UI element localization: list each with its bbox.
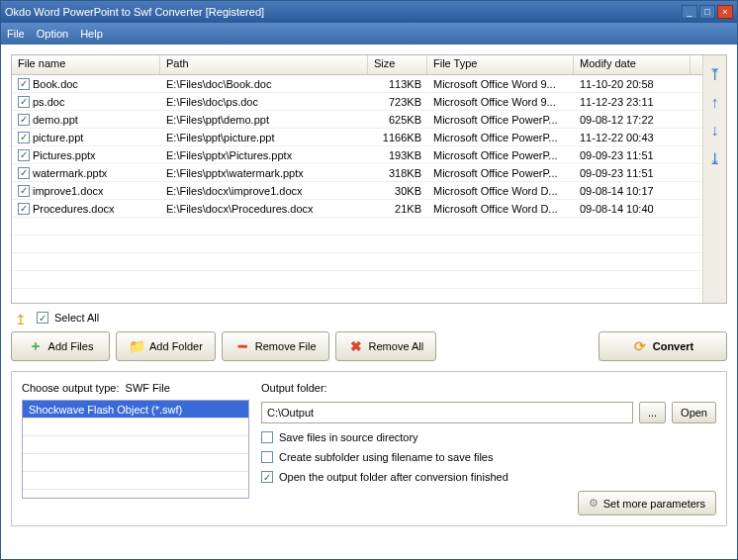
openfolder-checkbox[interactable]: ✓ xyxy=(261,471,273,483)
row-checkbox[interactable]: ✓ xyxy=(18,149,30,161)
content-area: File name Path Size File Type Modify dat… xyxy=(1,45,737,559)
table-row xyxy=(12,271,702,289)
table-row[interactable]: ✓Book.docE:\Files\doc\Book.doc113KBMicro… xyxy=(12,75,702,93)
table-body: ✓Book.docE:\Files\doc\Book.doc113KBMicro… xyxy=(12,75,702,303)
up-folder-icon[interactable]: ↥ xyxy=(15,312,31,324)
remove-all-button[interactable]: ✖Remove All xyxy=(335,331,437,361)
col-header-type[interactable]: File Type xyxy=(427,55,574,74)
file-size: 193KB xyxy=(368,148,427,162)
file-date: 09-09-23 11:51 xyxy=(574,148,691,162)
file-size: 1166KB xyxy=(368,131,427,144)
file-type: Microsoft Office Word D... xyxy=(427,202,574,216)
menu-bar: File Option Help xyxy=(1,23,737,45)
table-row xyxy=(12,289,702,303)
output-type-list[interactable]: Shockwave Flash Object (*.swf) xyxy=(22,400,249,499)
col-header-path[interactable]: Path xyxy=(160,55,368,74)
output-folder-input[interactable] xyxy=(261,402,633,423)
maximize-button[interactable]: □ xyxy=(699,5,715,19)
convert-label: Convert xyxy=(653,340,694,352)
option-save-source-row: Save files in source directory xyxy=(261,431,716,443)
file-type: Microsoft Office PowerP... xyxy=(427,113,574,127)
file-path: E:\Files\doc\ps.doc xyxy=(160,95,368,109)
table-row[interactable]: ✓ps.docE:\Files\doc\ps.doc723KBMicrosoft… xyxy=(12,93,702,111)
save-source-checkbox[interactable] xyxy=(261,431,273,443)
table-row xyxy=(12,253,702,271)
file-date: 09-08-12 17:22 xyxy=(574,113,691,127)
file-path: E:\Files\docx\improve1.docx xyxy=(160,184,368,198)
output-type-pane: Choose output type: SWF File Shockwave F… xyxy=(22,382,249,515)
row-checkbox[interactable]: ✓ xyxy=(18,78,30,90)
file-name: picture.ppt xyxy=(33,132,83,143)
file-date: 09-08-14 10:17 xyxy=(574,184,691,198)
close-button[interactable]: × xyxy=(717,5,733,19)
table-row xyxy=(12,218,702,235)
row-checkbox[interactable]: ✓ xyxy=(18,167,30,179)
file-path: E:\Files\ppt\picture.ppt xyxy=(160,131,368,144)
row-checkbox[interactable]: ✓ xyxy=(18,203,30,215)
toolbar: ＋Add Files 📁Add Folder ━Remove File ✖Rem… xyxy=(11,331,727,361)
row-checkbox[interactable]: ✓ xyxy=(18,132,30,143)
file-size: 318KB xyxy=(368,166,427,180)
output-settings-panel: Choose output type: SWF File Shockwave F… xyxy=(11,371,727,526)
move-bottom-icon[interactable]: ⤓ xyxy=(708,149,721,168)
table-row[interactable]: ✓improve1.docxE:\Files\docx\improve1.doc… xyxy=(12,182,702,200)
output-type-item[interactable]: Shockwave Flash Object (*.swf) xyxy=(23,401,248,419)
select-all-row: ↥ ✓ Select All xyxy=(11,310,727,326)
file-type: Microsoft Office Word 9... xyxy=(427,95,574,109)
subfolder-checkbox[interactable] xyxy=(261,451,273,463)
reorder-toolbar: ⤒ ↑ ↓ ⤓ xyxy=(702,55,726,303)
col-header-date[interactable]: Modify date xyxy=(574,55,691,74)
menu-option[interactable]: Option xyxy=(37,28,68,40)
app-window: Okdo Word PowerPoint to Swf Converter [R… xyxy=(0,0,738,560)
row-checkbox[interactable]: ✓ xyxy=(18,185,30,197)
table-row[interactable]: ✓Pictures.pptxE:\Files\pptx\Pictures.ppt… xyxy=(12,146,702,164)
output-type-empty xyxy=(23,436,248,454)
file-size: 113KB xyxy=(368,77,427,91)
remove-all-label: Remove All xyxy=(369,340,424,352)
table-row[interactable]: ✓demo.pptE:\Files\ppt\demo.ppt625KBMicro… xyxy=(12,111,702,129)
convert-button[interactable]: ⟳Convert xyxy=(599,331,727,361)
file-name: Book.doc xyxy=(33,78,78,90)
select-all-checkbox[interactable]: ✓ xyxy=(37,312,48,324)
set-params-button[interactable]: ⚙ Set more parameters xyxy=(578,491,716,515)
output-type-empty xyxy=(23,419,248,436)
menu-help[interactable]: Help xyxy=(80,28,103,40)
table-row[interactable]: ✓picture.pptE:\Files\ppt\picture.ppt1166… xyxy=(12,129,702,146)
col-header-size[interactable]: Size xyxy=(368,55,427,74)
menu-file[interactable]: File xyxy=(7,28,25,40)
file-path: E:\Files\pptx\watermark.pptx xyxy=(160,166,368,180)
remove-file-label: Remove File xyxy=(255,340,317,352)
file-path: E:\Files\doc\Book.doc xyxy=(160,77,368,91)
add-folder-button[interactable]: 📁Add Folder xyxy=(116,331,216,361)
convert-icon: ⟳ xyxy=(632,338,648,354)
move-up-icon[interactable]: ↑ xyxy=(711,94,719,112)
table-row[interactable]: ✓Procedures.docxE:\Files\docx\Procedures… xyxy=(12,200,702,218)
table-header: File name Path Size File Type Modify dat… xyxy=(12,55,702,75)
row-checkbox[interactable]: ✓ xyxy=(18,114,30,126)
output-type-empty xyxy=(23,454,248,472)
file-type: Microsoft Office PowerP... xyxy=(427,166,574,180)
title-bar: Okdo Word PowerPoint to Swf Converter [R… xyxy=(1,1,737,23)
gear-icon: ⚙ xyxy=(589,497,599,510)
title-text: Okdo Word PowerPoint to Swf Converter [R… xyxy=(5,6,680,18)
file-table: File name Path Size File Type Modify dat… xyxy=(12,55,702,303)
file-size: 723KB xyxy=(368,95,427,109)
col-header-name[interactable]: File name xyxy=(12,55,160,74)
move-top-icon[interactable]: ⤒ xyxy=(708,65,721,84)
table-row[interactable]: ✓watermark.pptxE:\Files\pptx\watermark.p… xyxy=(12,164,702,182)
browse-button[interactable]: ... xyxy=(639,402,666,423)
move-down-icon[interactable]: ↓ xyxy=(711,122,719,140)
add-files-button[interactable]: ＋Add Files xyxy=(11,331,110,361)
minimize-button[interactable]: _ xyxy=(682,5,697,19)
file-type: Microsoft Office PowerP... xyxy=(427,148,574,162)
openfolder-label: Open the output folder after conversion … xyxy=(279,471,508,483)
add-folder-label: Add Folder xyxy=(149,340,203,352)
option-subfolder-row: Create subfolder using filename to save … xyxy=(261,451,716,463)
file-name: ps.doc xyxy=(33,96,64,108)
remove-file-button[interactable]: ━Remove File xyxy=(222,331,329,361)
row-checkbox[interactable]: ✓ xyxy=(18,96,30,108)
file-name: watermark.pptx xyxy=(33,167,107,179)
open-button[interactable]: Open xyxy=(672,402,716,423)
table-row xyxy=(12,235,702,253)
file-date: 11-12-22 00:43 xyxy=(574,131,691,144)
